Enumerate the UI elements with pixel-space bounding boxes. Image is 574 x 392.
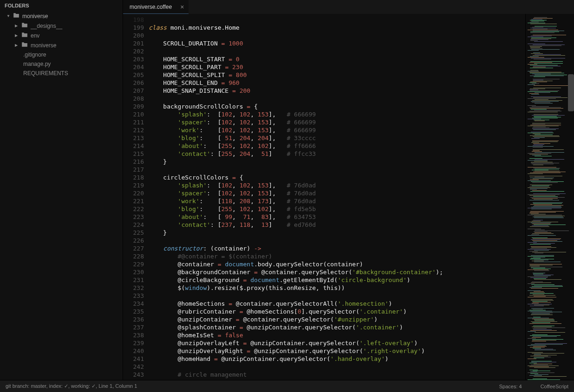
code-line[interactable]: @circleBackground = document.getElementB… <box>149 276 525 284</box>
code-line[interactable]: @splashContainer = @unzipContainer.query… <box>149 323 525 331</box>
code-line[interactable] <box>149 237 525 244</box>
code-line[interactable]: @unzipOverlayRight = @unzipContainer.que… <box>149 347 525 355</box>
code-line[interactable] <box>149 363 525 371</box>
sidebar-header: FOLDERS <box>0 0 123 11</box>
tree-item-label: manage.py <box>23 61 51 67</box>
folder-icon <box>13 13 22 19</box>
code-line[interactable]: @homeHand = @unzipContainer.querySelecto… <box>149 355 525 363</box>
code-line[interactable]: HOME_SCROLL_PART = 230 <box>149 63 525 71</box>
code-line[interactable] <box>149 95 525 103</box>
tree-folder[interactable]: ▶moniverse <box>2 40 123 50</box>
code-line[interactable]: @unzipOverlayLeft = @unzipContainer.quer… <box>149 339 525 347</box>
tree-root[interactable]: ▼ moniverse <box>2 11 123 21</box>
status-syntax[interactable]: CoffeeScript <box>541 384 568 389</box>
code-line[interactable] <box>149 47 525 55</box>
code-line[interactable]: 'contact': [237, 118, 13] # ed760d <box>149 221 525 229</box>
chevron-down-icon: ▼ <box>7 14 12 18</box>
code-line[interactable]: 'spacer': [102, 102, 153], # 76d0ad <box>149 189 525 197</box>
tree-file[interactable]: manage.py <box>2 59 123 69</box>
tree-item-label: REQUIREMENTS <box>23 70 68 77</box>
tab-title: moniverse.coffee <box>130 4 172 10</box>
code-line[interactable]: @homeSections = @container.querySelector… <box>149 300 525 308</box>
code-line[interactable]: constructor: (container) -> <box>149 244 525 252</box>
status-left[interactable]: git branch: master, index: ✓, working: ✓… <box>6 383 137 389</box>
code-editor[interactable]: class moni.moniverse.Home SCROLL_DURATIO… <box>149 14 525 380</box>
chevron-right-icon: ▶ <box>15 24 20 28</box>
code-line[interactable]: 'blog': [255, 102, 102], # fd5e5b <box>149 205 525 213</box>
tree-root-label: moniverse <box>22 13 48 19</box>
code-line[interactable] <box>149 292 525 300</box>
tree-item-label: __designs__ <box>31 23 62 29</box>
tree-file[interactable]: REQUIREMENTS <box>2 69 123 78</box>
code-line[interactable]: @unzipContainer = @container.querySelect… <box>149 315 525 323</box>
code-line[interactable]: $(window).resize($.proxy(this.onResize, … <box>149 284 525 292</box>
code-line[interactable]: HOME_SCROLL_END = 960 <box>149 79 525 87</box>
tree-folder[interactable]: ▶__designs__ <box>2 21 123 31</box>
minimap-content <box>528 16 568 380</box>
status-spaces[interactable]: Spaces: 4 <box>499 384 522 389</box>
code-line[interactable]: class moni.moniverse.Home <box>149 24 525 32</box>
code-line[interactable]: SCROLL_DURATION = 1000 <box>149 39 525 47</box>
tab-active[interactable]: moniverse.coffee × <box>123 0 189 14</box>
code-line[interactable]: HOME_SCROLL_SPLIT = 800 <box>149 71 525 79</box>
code-line[interactable]: 'splash': [102, 102, 153], # 666699 <box>149 110 525 118</box>
folder-tree: ▼ moniverse ▶__designs__▶env▶moniverse.g… <box>0 11 123 78</box>
code-line[interactable]: } <box>149 158 525 166</box>
code-line[interactable]: 'work': [118, 208, 173], # 76d0ad <box>149 197 525 205</box>
close-icon[interactable]: × <box>180 3 184 11</box>
folder-icon <box>21 42 31 49</box>
code-line[interactable]: @homeIsSet = false <box>149 331 525 339</box>
code-line[interactable]: @rubricContainer = @homeSections[0].quer… <box>149 308 525 315</box>
code-line[interactable]: @container = document.body.querySelector… <box>149 260 525 268</box>
code-line[interactable]: 'contact': [255, 204, 51] # ffcc33 <box>149 150 525 158</box>
folder-sidebar: FOLDERS ▼ moniverse ▶__designs__▶env▶mon… <box>0 0 123 380</box>
code-line[interactable] <box>149 166 525 174</box>
folder-icon <box>21 32 31 39</box>
code-line[interactable]: 'about': [ 99, 71, 83], # 634753 <box>149 213 525 221</box>
chevron-right-icon: ▶ <box>15 33 20 38</box>
code-line[interactable]: #@container = $(container) <box>149 252 525 260</box>
editor-area: moniverse.coffee × 198199200201202203204… <box>123 0 574 380</box>
code-line[interactable]: HOME_SCROLL_START = 0 <box>149 55 525 63</box>
code-line[interactable]: 'spacer': [102, 102, 153], # 666699 <box>149 118 525 126</box>
code-line[interactable]: } <box>149 229 525 237</box>
code-line[interactable]: 'blog': [ 51, 204, 204], # 33cccc <box>149 134 525 142</box>
code-line[interactable]: circleScrollColors = { <box>149 174 525 181</box>
code-line[interactable]: # circle management <box>149 371 525 379</box>
minimap-scrollbar[interactable] <box>568 74 574 111</box>
code-line[interactable]: 'work': [102, 102, 153], # 666699 <box>149 126 525 134</box>
minimap[interactable] <box>525 14 574 380</box>
code-line[interactable]: @backgroundContainer = @container.queryS… <box>149 268 525 276</box>
line-gutter: 1981992002012022032042052062072082092102… <box>123 14 149 380</box>
tree-file[interactable]: .gitignore <box>2 50 123 59</box>
code-line[interactable]: 'about': [255, 102, 102], # ff6666 <box>149 142 525 150</box>
tree-item-label: env <box>31 32 39 39</box>
tree-item-label: .gitignore <box>23 51 46 58</box>
status-bar: git branch: master, index: ✓, working: ✓… <box>0 380 574 392</box>
code-line[interactable]: backgroundScrollColors = { <box>149 103 525 110</box>
tree-folder[interactable]: ▶env <box>2 31 123 40</box>
code-line[interactable]: 'splash': [102, 102, 153], # 76d0ad <box>149 181 525 189</box>
code-line[interactable]: HOME_SNAP_DISTANCE = 200 <box>149 87 525 95</box>
code-line[interactable] <box>149 32 525 39</box>
tab-bar: moniverse.coffee × <box>123 0 574 14</box>
folder-icon <box>21 22 31 29</box>
tree-item-label: moniverse <box>31 42 56 49</box>
chevron-right-icon: ▶ <box>15 43 20 47</box>
